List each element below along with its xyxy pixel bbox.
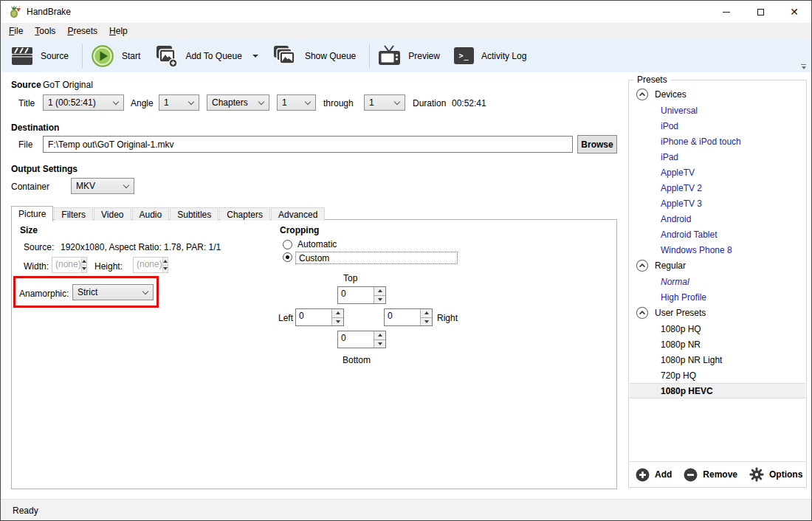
- preset-group-regular[interactable]: Regular: [630, 258, 805, 274]
- collapse-chevron-icon[interactable]: [636, 88, 649, 101]
- picture-tab-panel: Size Source: 1920x1080, Aspect Ratio: 1.…: [11, 219, 617, 489]
- through-label: through: [323, 98, 354, 108]
- tab-advanced[interactable]: Advanced: [271, 207, 325, 221]
- preset-item-label: Windows Phone 8: [661, 245, 732, 255]
- cropping-automatic-radio[interactable]: Automatic: [283, 239, 337, 249]
- size-source-value: 1920x1080, Aspect Ratio: 1.78, PAR: 1/1: [61, 242, 221, 252]
- tab-subtitles[interactable]: Subtitles: [170, 207, 219, 221]
- width-label: Width:: [24, 261, 49, 272]
- preview-button[interactable]: Preview: [374, 43, 450, 69]
- add-to-queue-dropdown-icon[interactable]: [252, 55, 258, 58]
- preset-item-label: 1080p NR: [661, 339, 701, 350]
- tab-bar: PictureFiltersVideoAudioSubtitlesChapter…: [11, 206, 326, 221]
- preset-item-iphone-ipod-touch[interactable]: iPhone & iPod touch: [630, 134, 805, 149]
- range-start-select[interactable]: 1: [277, 94, 316, 111]
- menu-help[interactable]: Help: [103, 26, 134, 36]
- toolbar-overflow-icon[interactable]: [801, 64, 806, 69]
- preset-item-1080p-nr[interactable]: 1080p NR: [630, 337, 805, 352]
- menu-bar: FileToolsPresetsHelp: [1, 23, 811, 39]
- output-settings-label: Output Settings: [11, 164, 78, 174]
- close-button[interactable]: ✕: [777, 1, 811, 23]
- file-input[interactable]: F:\Temp out\GoT Original-1.mkv: [43, 136, 573, 153]
- size-section-label: Size: [20, 225, 38, 235]
- tab-filters[interactable]: Filters: [54, 207, 93, 221]
- crop-bottom-stepper[interactable]: 0: [337, 331, 386, 348]
- add-to-queue-button[interactable]: Add To Queue: [150, 42, 268, 70]
- preset-item-appletv[interactable]: AppleTV: [630, 165, 805, 180]
- preset-group-label: User Presets: [655, 308, 706, 318]
- add-to-queue-label: Add To Queue: [185, 51, 242, 61]
- range-end-select[interactable]: 1: [364, 94, 405, 111]
- preset-options-button[interactable]: Options: [749, 467, 802, 482]
- maximize-button[interactable]: [743, 1, 777, 23]
- preset-item-android-tablet[interactable]: Android Tablet: [630, 227, 805, 242]
- show-queue-label: Show Queue: [305, 51, 356, 61]
- preset-item-android[interactable]: Android: [630, 211, 805, 227]
- crop-left-up-button[interactable]: [332, 309, 343, 317]
- container-select[interactable]: MKV: [71, 178, 134, 194]
- add-preset-button[interactable]: Add: [636, 468, 672, 482]
- tab-video[interactable]: Video: [94, 207, 131, 221]
- crop-right-up-button[interactable]: [421, 309, 432, 317]
- preset-item-label: Normal: [661, 277, 689, 287]
- range-type-select[interactable]: Chapters: [207, 94, 269, 111]
- tab-chapters[interactable]: Chapters: [219, 207, 270, 221]
- preset-group-devices[interactable]: Devices: [630, 86, 805, 103]
- cropping-custom-radio[interactable]: [283, 252, 292, 262]
- crop-right-stepper[interactable]: 0: [384, 308, 433, 326]
- show-queue-button[interactable]: Show Queue: [268, 42, 365, 70]
- start-button[interactable]: Start: [86, 42, 150, 70]
- preset-item-ipod[interactable]: iPod: [630, 118, 805, 134]
- preset-item-appletv-3[interactable]: AppleTV 3: [630, 196, 805, 211]
- crop-left-stepper[interactable]: 0: [295, 308, 344, 326]
- activity-log-button[interactable]: >_ Activity Log: [450, 45, 536, 66]
- preset-item-1080p-hq[interactable]: 1080p HQ: [630, 321, 805, 337]
- cropping-custom-focus-rect[interactable]: Custom: [295, 252, 458, 264]
- angle-select[interactable]: 1: [159, 94, 199, 111]
- collapse-chevron-icon[interactable]: [636, 306, 649, 320]
- menu-tools[interactable]: Tools: [29, 26, 61, 36]
- tab-picture[interactable]: Picture: [11, 206, 53, 221]
- preset-item-label: High Profile: [661, 292, 706, 303]
- height-up-button[interactable]: [163, 258, 168, 265]
- toolbar-separator: [369, 44, 370, 69]
- preset-group-label: Regular: [655, 260, 686, 271]
- remove-preset-button[interactable]: Remove: [684, 468, 737, 482]
- source-button[interactable]: Source: [7, 44, 78, 69]
- preset-item-normal[interactable]: Normal: [630, 274, 805, 289]
- source-section-label: Source: [11, 80, 41, 90]
- preset-item-windows-phone-8[interactable]: Windows Phone 8: [630, 242, 805, 258]
- add-queue-icon: [154, 44, 178, 68]
- crop-top-stepper[interactable]: 0: [337, 286, 386, 304]
- preset-item-appletv-2[interactable]: AppleTV 2: [630, 180, 805, 196]
- tab-audio[interactable]: Audio: [132, 207, 170, 221]
- preset-item-1080p-hevc[interactable]: 1080p HEVC: [630, 383, 805, 398]
- preset-item-720p-hq[interactable]: 720p HQ: [630, 368, 805, 383]
- crop-top-down-button[interactable]: [374, 295, 385, 304]
- preset-item-ipad[interactable]: iPad: [630, 149, 805, 165]
- crop-bottom-down-button[interactable]: [374, 339, 385, 348]
- height-down-button[interactable]: [163, 265, 168, 273]
- width-stepper[interactable]: (none): [52, 257, 87, 273]
- menu-presets[interactable]: Presets: [61, 26, 103, 36]
- height-stepper[interactable]: (none): [133, 257, 168, 273]
- width-up-button[interactable]: [82, 258, 86, 265]
- duration-label: Duration: [413, 98, 446, 108]
- preset-item-1080p-nr-light[interactable]: 1080p NR Light: [630, 352, 805, 368]
- preset-item-high-profile[interactable]: High Profile: [630, 289, 805, 305]
- anamorphic-select[interactable]: Strict: [72, 284, 154, 300]
- collapse-chevron-icon[interactable]: [636, 259, 649, 272]
- browse-button[interactable]: Browse: [577, 135, 617, 153]
- minimize-button[interactable]: [709, 1, 743, 23]
- width-down-button[interactable]: [82, 265, 86, 273]
- preset-group-user-presets[interactable]: User Presets: [630, 305, 805, 321]
- crop-right-down-button[interactable]: [421, 317, 432, 326]
- menu-file[interactable]: File: [3, 26, 29, 36]
- crop-bottom-up-button[interactable]: [374, 331, 385, 339]
- preset-item-label: 1080p HEVC: [661, 386, 713, 396]
- preset-item-universal[interactable]: Universal: [630, 103, 805, 118]
- title-select[interactable]: 1 (00:52:41): [43, 94, 124, 111]
- crop-top-up-button[interactable]: [374, 287, 385, 295]
- crop-left-down-button[interactable]: [332, 317, 343, 326]
- preset-item-label: iPad: [661, 152, 678, 162]
